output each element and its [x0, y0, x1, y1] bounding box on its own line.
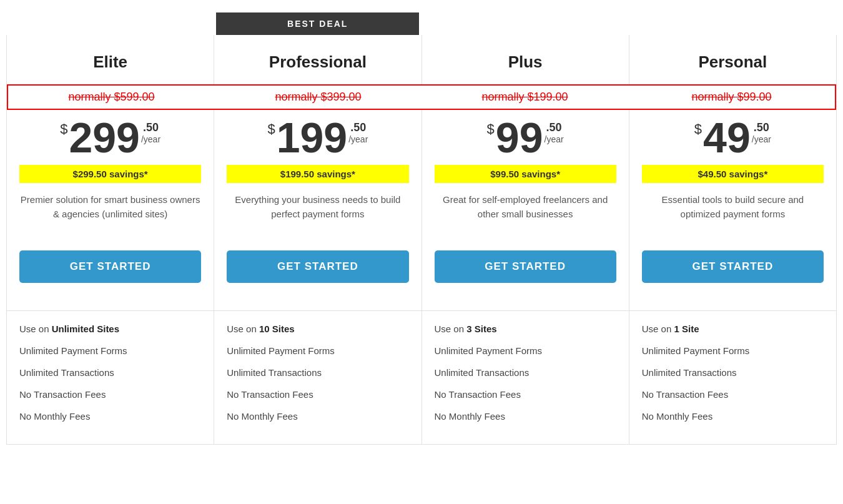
pricing-table: Elite Professional Plus Personal normall…	[6, 35, 837, 445]
plan-name-elite: Elite	[19, 52, 201, 72]
get-started-professional[interactable]: GET STARTED	[227, 250, 408, 283]
best-deal-badge: BEST DEAL	[216, 12, 419, 35]
price-period-plus: /year	[545, 134, 564, 144]
original-price-text-professional: normally $399.00	[275, 91, 361, 103]
plan-body-personal: $ 49 .50 /year $49.50 savings* Essential…	[629, 110, 836, 310]
price-cents-professional: .50	[348, 121, 368, 134]
feature-list-elite: Use on Unlimited Sites Unlimited Payment…	[19, 322, 201, 423]
price-main-personal: 49	[703, 116, 751, 159]
price-cents-personal: .50	[752, 121, 771, 134]
feature-item-plus-2: No Transaction Fees	[435, 388, 616, 401]
plan-description-plus: Great for self-employed freelancers and …	[435, 193, 616, 238]
feature-item-personal-1: Unlimited Transactions	[642, 366, 824, 379]
feature-site-use-elite: Use on Unlimited Sites	[19, 322, 201, 335]
plan-body-elite: $ 299 .50 /year $299.50 savings* Premier…	[7, 110, 214, 310]
price-main-elite: 299	[69, 116, 139, 159]
features-cell-elite: Use on Unlimited Sites Unlimited Payment…	[7, 311, 214, 444]
price-right-professional: .50 /year	[348, 121, 368, 144]
plan-header-elite: Elite	[7, 35, 214, 84]
features-cell-personal: Use on 1 Site Unlimited Payment Forms Un…	[629, 311, 836, 444]
original-price-row: normally $599.00 normally $399.00 normal…	[7, 84, 836, 110]
savings-badge-professional: $199.50 savings*	[227, 165, 408, 183]
plan-description-elite: Premier solution for smart business owne…	[19, 193, 201, 238]
feature-list-personal: Use on 1 Site Unlimited Payment Forms Un…	[642, 322, 824, 423]
features-cell-professional: Use on 10 Sites Unlimited Payment Forms …	[214, 311, 422, 444]
price-dollar-professional: $	[267, 121, 275, 137]
feature-item-elite-0: Unlimited Payment Forms	[19, 344, 201, 357]
price-period-professional: /year	[348, 134, 368, 144]
price-dollar-personal: $	[694, 121, 702, 137]
plan-header-professional: Professional	[214, 35, 422, 84]
savings-badge-plus: $99.50 savings*	[435, 165, 616, 183]
price-right-plus: .50 /year	[545, 121, 564, 144]
plan-name-personal: Personal	[642, 52, 824, 72]
price-main-plus: 99	[496, 116, 543, 159]
feature-item-professional-0: Unlimited Payment Forms	[227, 344, 408, 357]
price-right-personal: .50 /year	[752, 121, 771, 144]
feature-item-plus-3: No Monthly Fees	[435, 410, 616, 423]
feature-item-personal-2: No Transaction Fees	[642, 388, 824, 401]
feature-list-plus: Use on 3 Sites Unlimited Payment Forms U…	[435, 322, 616, 423]
price-right-elite: .50 /year	[141, 121, 160, 144]
plan-names-row: Elite Professional Plus Personal	[7, 35, 836, 84]
feature-item-plus-1: Unlimited Transactions	[435, 366, 616, 379]
price-dollar-plus: $	[487, 121, 495, 137]
feature-item-professional-3: No Monthly Fees	[227, 410, 408, 423]
price-row-elite: $ 299 .50 /year	[60, 116, 160, 159]
price-period-elite: /year	[141, 134, 160, 144]
feature-item-professional-2: No Transaction Fees	[227, 388, 408, 401]
price-period-personal: /year	[752, 134, 771, 144]
feature-item-elite-3: No Monthly Fees	[19, 410, 201, 423]
original-price-text-elite: normally $599.00	[68, 91, 154, 103]
original-price-text-plus: normally $199.00	[481, 91, 568, 103]
plan-name-professional: Professional	[227, 52, 408, 72]
plan-body-row: $ 299 .50 /year $299.50 savings* Premier…	[7, 110, 836, 310]
original-price-plus: normally $199.00	[422, 86, 628, 109]
plan-description-professional: Everything your business needs to build …	[227, 193, 408, 238]
get-started-elite[interactable]: GET STARTED	[19, 250, 201, 283]
price-main-professional: 199	[277, 116, 347, 159]
plan-header-personal: Personal	[629, 35, 836, 84]
original-price-professional: normally $399.00	[215, 86, 422, 109]
feature-item-professional-1: Unlimited Transactions	[227, 366, 408, 379]
feature-item-elite-2: No Transaction Fees	[19, 388, 201, 401]
original-price-text-personal: normally $99.00	[691, 91, 771, 103]
plan-body-professional: $ 199 .50 /year $199.50 savings* Everyth…	[214, 110, 422, 310]
pricing-wrapper: BEST DEAL Elite Professional Plus Person…	[6, 12, 837, 445]
savings-badge-elite: $299.50 savings*	[19, 165, 201, 183]
feature-item-personal-3: No Monthly Fees	[642, 410, 824, 423]
get-started-personal[interactable]: GET STARTED	[642, 250, 824, 283]
feature-site-use-professional: Use on 10 Sites	[227, 322, 408, 335]
price-cents-plus: .50	[545, 121, 564, 134]
best-deal-header: BEST DEAL	[6, 12, 837, 35]
feature-list-professional: Use on 10 Sites Unlimited Payment Forms …	[227, 322, 408, 423]
price-row-professional: $ 199 .50 /year	[267, 116, 368, 159]
price-dollar-elite: $	[60, 121, 67, 137]
plan-description-personal: Essential tools to build secure and opti…	[642, 193, 824, 238]
plan-name-plus: Plus	[435, 52, 616, 72]
plan-body-plus: $ 99 .50 /year $99.50 savings* Great for…	[422, 110, 629, 310]
feature-item-elite-1: Unlimited Transactions	[19, 366, 201, 379]
features-cell-plus: Use on 3 Sites Unlimited Payment Forms U…	[422, 311, 629, 444]
original-price-personal: normally $99.00	[628, 86, 835, 109]
feature-item-plus-0: Unlimited Payment Forms	[435, 344, 616, 357]
price-row-personal: $ 49 .50 /year	[694, 116, 771, 159]
price-row-plus: $ 99 .50 /year	[487, 116, 564, 159]
plan-header-plus: Plus	[422, 35, 629, 84]
get-started-plus[interactable]: GET STARTED	[435, 250, 616, 283]
original-price-elite: normally $599.00	[8, 86, 215, 109]
feature-site-use-personal: Use on 1 Site	[642, 322, 824, 335]
feature-item-personal-0: Unlimited Payment Forms	[642, 344, 824, 357]
feature-site-use-plus: Use on 3 Sites	[435, 322, 616, 335]
features-row: Use on Unlimited Sites Unlimited Payment…	[7, 310, 836, 444]
price-cents-elite: .50	[141, 121, 160, 134]
savings-badge-personal: $49.50 savings*	[642, 165, 824, 183]
